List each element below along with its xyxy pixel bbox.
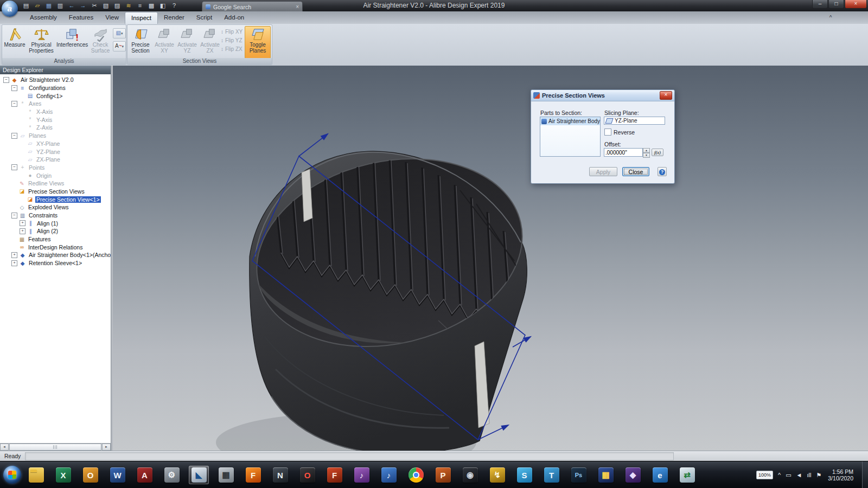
interferences-button[interactable]: ! Interferences xyxy=(56,27,88,57)
business-app-icon[interactable]: ▦ xyxy=(596,466,616,484)
tab-close-icon[interactable]: × xyxy=(296,4,299,10)
expand-toggle[interactable]: − xyxy=(3,77,9,83)
activate-yz-button[interactable]: Activate YZ xyxy=(176,27,198,57)
scroll-left-arrow[interactable]: ◄ xyxy=(0,444,9,451)
tree-item-align-1[interactable]: +∥Align (1) xyxy=(0,219,111,227)
notepad-icon[interactable]: N xyxy=(270,466,290,484)
offset-spinner[interactable]: ▲ ▼ xyxy=(643,148,650,157)
save-icon[interactable]: ▦ xyxy=(44,1,53,10)
tool-icon[interactable]: ◆ xyxy=(623,466,643,484)
physical-properties-button[interactable]: Physical Properties xyxy=(27,27,55,57)
list-quick-icon[interactable]: ≡ xyxy=(136,1,144,10)
open-icon[interactable]: ▱ xyxy=(33,1,42,10)
tree-item-axes[interactable]: −*Axes xyxy=(0,100,111,108)
expand-toggle[interactable]: − xyxy=(11,133,17,139)
chrome-icon[interactable] xyxy=(406,466,426,484)
slicing-plane-field[interactable]: YZ-Plane xyxy=(604,117,665,125)
expand-toggle[interactable]: + xyxy=(20,220,25,226)
expand-toggle[interactable]: − xyxy=(11,213,17,219)
expand-toggle[interactable]: + xyxy=(11,252,17,258)
excel-icon[interactable]: X xyxy=(53,466,73,484)
flip-zx-button[interactable]: ↕ Flip ZX xyxy=(221,44,245,53)
print-icon[interactable]: ▥ xyxy=(56,1,65,10)
cut-icon[interactable]: ✂ xyxy=(90,1,99,10)
tree-item-xy-plane[interactable]: ▱XY-Plane xyxy=(0,140,111,148)
help-quick-icon[interactable]: ? xyxy=(170,1,178,10)
tree-item-zx-plane[interactable]: ▱ZX-Plane xyxy=(0,156,111,164)
remote-icon[interactable]: ⇄ xyxy=(677,466,697,484)
tree-item-precise-section-view-1[interactable]: ◪Precise Section View<1> xyxy=(0,195,111,203)
dialog-close-button[interactable]: × xyxy=(660,91,672,100)
powerpoint-icon[interactable]: P xyxy=(433,466,453,484)
tree-item-planes[interactable]: −▱Planes xyxy=(0,132,111,140)
tree-item-precise-section-views[interactable]: ◪Precise Section Views xyxy=(0,188,111,196)
measure-button[interactable]: Measure xyxy=(3,27,26,57)
taskbar-clock[interactable]: 1:56 PM 3/10/2020 xyxy=(828,468,853,481)
action-center-icon[interactable]: ⚑ xyxy=(816,472,821,478)
expand-toggle[interactable]: − xyxy=(11,164,17,170)
tree-item-align-2[interactable]: +∥Align (2) xyxy=(0,227,111,235)
spinner-up-icon[interactable]: ▲ xyxy=(643,148,650,153)
parts-list-item[interactable]: Air Straightener Body xyxy=(540,117,600,125)
music-player-icon[interactable]: ♪ xyxy=(379,466,399,484)
expand-toggle[interactable]: − xyxy=(11,101,17,107)
flip-yz-button[interactable]: ↕ Flip YZ xyxy=(221,36,245,44)
volume-icon[interactable]: ◄ xyxy=(796,472,802,478)
scroll-right-arrow[interactable]: ► xyxy=(102,444,111,451)
settings-gear-icon[interactable]: ⚙ xyxy=(162,466,182,484)
tree-item-retention-sleeve-1[interactable]: +◆Retention Sleeve<1> xyxy=(0,259,111,267)
background-window-tab[interactable]: Google Search × xyxy=(202,1,303,12)
firefox-icon[interactable]: F xyxy=(243,466,263,484)
expand-toggle[interactable]: − xyxy=(11,85,17,91)
tab-view[interactable]: View xyxy=(99,11,125,24)
check-surface-button[interactable]: Check Surface xyxy=(89,27,112,57)
copy-icon[interactable]: ▧ xyxy=(101,1,110,10)
tab-inspect[interactable]: Inspect xyxy=(125,12,158,24)
utility-icon[interactable]: ↯ xyxy=(487,466,507,484)
measure-quick-icon[interactable]: ≋ xyxy=(124,1,133,10)
tree-item-constraints[interactable]: −▥Constraints xyxy=(0,211,111,220)
maximize-button[interactable]: □ xyxy=(828,0,844,9)
tab-assembly[interactable]: Assembly xyxy=(24,11,63,24)
edge-icon[interactable]: e xyxy=(650,466,670,484)
dialog-titlebar[interactable]: Precise Section Views × xyxy=(531,90,674,101)
photoshop-icon[interactable]: Ps xyxy=(569,466,589,484)
tree-item-points[interactable]: −+Points xyxy=(0,164,111,172)
tree-item-z-axis[interactable]: *Z-Axis xyxy=(0,124,111,132)
alibre-logo-icon[interactable]: a xyxy=(2,1,18,17)
tree-item-y-axis[interactable]: *Y-Axis xyxy=(0,115,111,124)
itunes-icon[interactable]: ♪ xyxy=(352,466,372,484)
tree-item-x-axis[interactable]: *X-Axis xyxy=(0,108,111,116)
parts-to-section-list[interactable]: Air Straightener Body xyxy=(540,117,601,157)
curvature-analysis-dropdown[interactable]: A~▾ xyxy=(113,41,126,52)
alibre-icon[interactable]: ◣ xyxy=(189,466,209,484)
activate-zx-button[interactable]: Activate ZX xyxy=(199,27,221,57)
outlook-icon[interactable]: O xyxy=(80,466,100,484)
word-icon[interactable]: W xyxy=(107,466,127,484)
paste-icon[interactable]: ▨ xyxy=(113,1,122,10)
surface-analysis-dropdown[interactable]: ▧▾ xyxy=(113,28,126,38)
dialog-close-action-button[interactable]: Close xyxy=(622,167,649,176)
toggle-planes-button[interactable]: Toggle Planes xyxy=(245,26,271,59)
tab-features[interactable]: Features xyxy=(63,11,99,24)
messenger-icon[interactable]: T xyxy=(541,466,561,484)
expand-toggle[interactable]: + xyxy=(20,228,25,234)
activate-xy-button[interactable]: Activate XY xyxy=(154,27,175,57)
shade-quick-icon[interactable]: ◧ xyxy=(158,1,167,10)
tree-item-air-straightener-v2-0[interactable]: −◆Air Straightener V2.0 xyxy=(0,76,111,84)
hidden-icons-button[interactable]: ^ xyxy=(778,472,781,478)
display-icon[interactable]: ▭ xyxy=(786,472,791,478)
opera-icon[interactable]: O xyxy=(297,466,317,484)
filezilla-icon[interactable]: F xyxy=(324,466,344,484)
precise-section-button[interactable]: Precise Section xyxy=(129,27,152,57)
scrollbar-thumb[interactable] xyxy=(9,444,101,451)
show-desktop-button[interactable] xyxy=(862,461,868,488)
tree-item-origin[interactable]: ●Origin xyxy=(0,171,111,179)
close-button[interactable]: × xyxy=(845,0,867,9)
redo-icon[interactable]: → xyxy=(79,1,87,10)
tab-render[interactable]: Render xyxy=(158,11,190,24)
calculator-icon[interactable]: ▦ xyxy=(216,466,236,484)
tree-item-interdesign-relations[interactable]: ∞InterDesign Relations xyxy=(0,243,111,251)
tree-item-features[interactable]: ▦Features xyxy=(0,235,111,243)
horizontal-scrollbar[interactable]: ◄ ► xyxy=(0,443,111,451)
